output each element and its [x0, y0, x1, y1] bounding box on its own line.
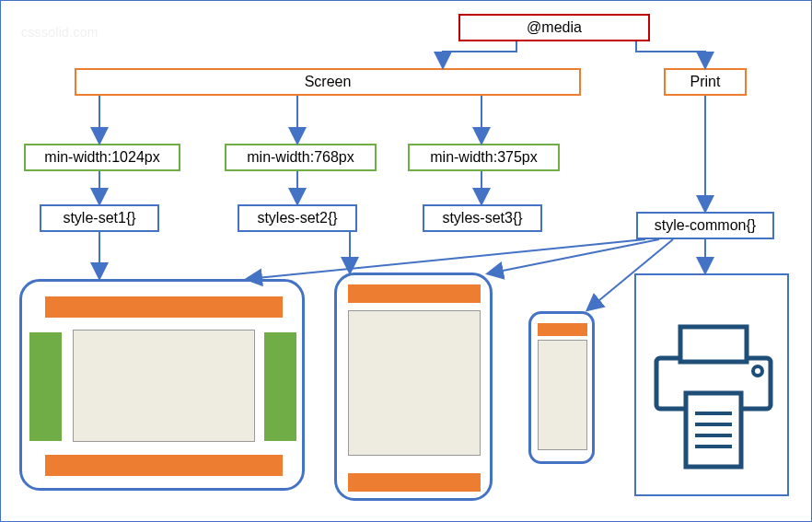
desktop-topbar: [45, 296, 283, 318]
node-styleset2: styles-set2{}: [238, 204, 357, 232]
svg-point-3: [753, 366, 762, 376]
device-phone: [528, 311, 595, 464]
svg-rect-2: [686, 393, 741, 467]
desktop-left-sidebar: [29, 332, 62, 441]
node-styleset3: styles-set3{}: [423, 204, 542, 232]
desktop-right-sidebar: [264, 332, 296, 441]
desktop-bottombar: [45, 455, 283, 476]
device-desktop: [19, 279, 305, 491]
printer-icon: [636, 275, 791, 498]
watermark: csssolid.com: [21, 25, 99, 40]
tablet-topbar: [348, 284, 481, 303]
diagram-canvas: csssolid.com @media Screen Print min-wid…: [0, 0, 812, 522]
node-bp-768: min-width:768px: [225, 144, 377, 171]
device-tablet: [334, 273, 493, 501]
node-style-common: style-common{}: [636, 212, 774, 239]
tablet-content: [348, 310, 481, 456]
phone-topbar: [538, 323, 587, 336]
node-bp-375: min-width:375px: [408, 144, 560, 171]
node-print: Print: [664, 68, 747, 96]
node-media: @media: [458, 14, 650, 41]
phone-content: [538, 340, 587, 450]
node-styleset1: style-set1{}: [40, 204, 159, 232]
node-bp-1024: min-width:1024px: [24, 144, 180, 171]
node-screen: Screen: [75, 68, 581, 96]
tablet-bottombar: [348, 473, 481, 492]
desktop-content: [73, 330, 255, 442]
svg-rect-1: [680, 327, 747, 362]
output-print: [634, 273, 789, 496]
